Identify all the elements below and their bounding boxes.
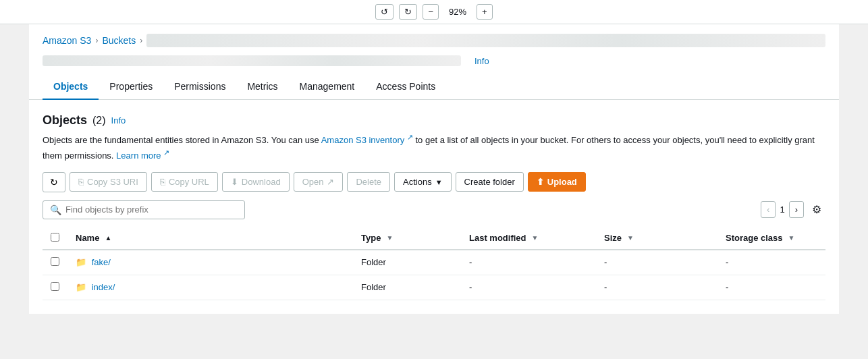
learn-more-icon: ↗ [163,148,169,157]
tab-access-points[interactable]: Access Points [365,74,446,100]
zoom-out-button[interactable]: − [423,4,439,20]
row-storage-cell: - [717,275,825,300]
size-column-header: Size ▼ [596,227,717,250]
breadcrumb: Amazon S3 › Buckets › [29,24,839,53]
actions-dropdown-arrow: ▼ [435,178,443,186]
page-content: Amazon S3 › Buckets › Info Objects Prope… [29,24,839,314]
zoom-level: 92% [444,7,471,17]
learn-more-link[interactable]: Learn more ↗ [116,150,169,161]
breadcrumb-buckets-link[interactable]: Buckets [102,35,136,46]
row-checkbox-cell [43,275,67,300]
type-sort-icon[interactable]: ▼ [386,234,393,242]
table-header-row: Name ▲ Type ▼ Last modified ▼ [43,227,825,250]
row-checkbox-0[interactable] [51,257,59,266]
undo-button[interactable]: ↺ [375,4,394,20]
bucket-header-bar: Info [29,53,839,74]
search-box[interactable]: 🔍 [43,200,245,219]
folder-icon: 📁 [76,282,86,292]
breadcrumb-sep-1: › [95,36,98,45]
row-modified-cell: - [461,275,596,300]
objects-info-link[interactable]: Info [111,115,126,126]
row-checkbox-1[interactable] [51,282,59,291]
bucket-info-blurred [43,55,461,66]
objects-title: Objects [43,113,87,128]
open-button[interactable]: Open ↗ [294,172,344,192]
pagination-controls: ‹ 1 › ⚙ [761,201,825,218]
row-checkbox-cell [43,250,67,275]
inventory-link[interactable]: Amazon S3 inventory ↗ [321,135,413,145]
create-folder-button[interactable]: Create folder [456,172,524,192]
row-type-cell: Folder [353,275,461,300]
row-name-cell: 📁 fake/ [67,250,353,275]
storage-class-column-header: Storage class ▼ [717,227,825,250]
breadcrumb-s3-link[interactable]: Amazon S3 [43,35,91,46]
table-row: 📁 fake/ Folder - - - [43,250,825,275]
breadcrumb-current-blurred [146,34,825,47]
upload-button[interactable]: ⬆ Upload [528,172,586,192]
select-all-header [43,227,67,250]
storage-sort-icon[interactable]: ▼ [788,234,795,242]
prev-page-button[interactable]: ‹ [761,201,776,218]
redo-button[interactable]: ↻ [399,4,417,20]
row-name-cell: 📁 index/ [67,275,353,300]
external-link-icon: ↗ [407,133,413,141]
main-panel: Objects (2) Info Objects are the fundame… [29,100,839,314]
copy-url-icon: ⎘ [160,177,165,187]
download-icon: ⬇ [231,177,238,187]
select-all-checkbox[interactable] [51,233,59,242]
folder-icon: 📁 [76,257,86,267]
tab-permissions[interactable]: Permissions [163,74,236,100]
file-link-0[interactable]: fake/ [92,257,111,267]
zoom-in-button[interactable]: + [477,4,493,20]
open-external-icon: ↗ [327,177,334,187]
next-page-button[interactable]: › [789,201,804,218]
search-icon: 🔍 [50,204,61,215]
name-column-header: Name ▲ [67,227,353,250]
objects-description: Objects are the fundamental entities sto… [43,132,825,163]
breadcrumb-sep-2: › [140,36,142,45]
table-row: 📁 index/ Folder - - - [43,275,825,300]
copy-s3-uri-icon: ⎘ [78,177,84,187]
file-link-1[interactable]: index/ [92,282,115,292]
row-type-cell: Folder [353,250,461,275]
tab-management[interactable]: Management [289,74,366,100]
name-sort-icon[interactable]: ▲ [105,234,111,242]
delete-button[interactable]: Delete [347,172,390,192]
copy-s3-uri-button[interactable]: ⎘ Copy S3 URI [70,172,147,192]
size-sort-icon[interactable]: ▼ [627,234,634,242]
table-settings-button[interactable]: ⚙ [808,202,825,217]
search-pagination-row: 🔍 ‹ 1 › ⚙ [43,200,825,219]
actions-dropdown-button[interactable]: Actions ▼ [394,172,452,192]
objects-header: Objects (2) Info [43,113,825,128]
page-number: 1 [780,204,784,215]
row-modified-cell: - [461,250,596,275]
row-size-cell: - [596,250,717,275]
upload-icon: ⬆ [537,177,544,187]
refresh-button[interactable]: ↻ [43,172,65,192]
copy-url-button[interactable]: ⎘ Copy URL [151,172,218,192]
tabs-bar: Objects Properties Permissions Metrics M… [29,74,839,100]
modified-sort-icon[interactable]: ▼ [532,234,539,242]
tab-properties[interactable]: Properties [99,74,163,100]
objects-table: Name ▲ Type ▼ Last modified ▼ [43,227,825,300]
action-bar: ↻ ⎘ Copy S3 URI ⎘ Copy URL ⬇ Download Op… [43,172,825,192]
bucket-info-link[interactable]: Info [474,56,489,66]
row-storage-cell: - [717,250,825,275]
type-column-header: Type ▼ [353,227,461,250]
top-toolbar: ↺ ↻ − 92% + [0,0,868,24]
row-size-cell: - [596,275,717,300]
download-button[interactable]: ⬇ Download [222,172,290,192]
tab-objects[interactable]: Objects [43,74,99,100]
modified-column-header: Last modified ▼ [461,227,596,250]
search-input[interactable] [65,204,238,215]
objects-count: (2) [92,115,106,127]
tab-metrics[interactable]: Metrics [236,74,288,100]
